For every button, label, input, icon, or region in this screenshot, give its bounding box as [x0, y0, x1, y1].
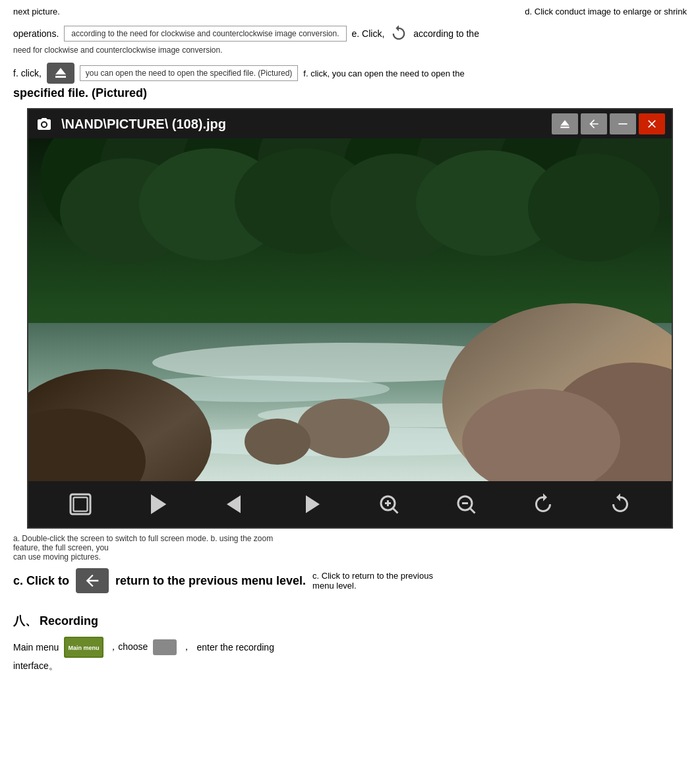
- section-title: Recording: [40, 614, 98, 627]
- c-right-text1: c. Click to return to the previous: [312, 571, 433, 581]
- main-menu-text: Main menu: [13, 642, 59, 653]
- fclick-row: f. click, you can open the need to open …: [13, 63, 687, 84]
- viewer-title: \NAND\PICTURE\ (108).jpg: [61, 117, 544, 132]
- rotate-icon: [390, 24, 408, 43]
- section-number: 八、: [13, 614, 37, 627]
- eject-icon: [47, 63, 74, 84]
- top-row: next picture. d. Click conduct image to …: [13, 7, 687, 16]
- return-icon: [76, 568, 109, 593]
- svg-point-2: [42, 123, 46, 127]
- fclick-label: f. click,: [13, 68, 42, 78]
- viewer-controls: [552, 113, 665, 134]
- c-right-text2: menu level.: [312, 581, 433, 591]
- zoom-out-btn[interactable]: [450, 488, 482, 521]
- comma-text: ，: [182, 641, 191, 653]
- enter-text: enter the recording: [196, 642, 274, 653]
- svg-marker-0: [55, 68, 66, 74]
- operations-subline: need for clockwise and counterclockwise …: [13, 45, 223, 55]
- image-viewer: \NAND\PICTURE\ (108).jpg: [27, 108, 673, 529]
- viewer-back-btn[interactable]: [581, 113, 607, 134]
- e-click-text: e. Click,: [352, 28, 385, 39]
- svg-marker-36: [227, 496, 241, 513]
- svg-point-20: [528, 154, 660, 262]
- c-click-suffix: return to the previous menu level.: [115, 574, 306, 588]
- svg-marker-3: [560, 120, 569, 125]
- svg-point-31: [297, 399, 390, 458]
- c-click-row: c. Click to return to the previous menu …: [13, 568, 687, 593]
- top-right-text: d. Click conduct image to enlarge or shr…: [525, 7, 687, 16]
- fclick-subtext: specified file. (Pictured): [13, 86, 687, 100]
- operations-row: operations. according to the need for cl…: [13, 24, 687, 43]
- svg-text:Main menu: Main menu: [69, 645, 100, 651]
- recording-icon-placeholder: [153, 639, 177, 655]
- bottom-text-row: a. Double-click the screen to switch to …: [13, 534, 687, 562]
- rotate-cw-btn[interactable]: [527, 488, 560, 521]
- next-btn[interactable]: [295, 488, 328, 521]
- svg-rect-1: [55, 76, 66, 78]
- page-content: next picture. d. Click conduct image to …: [13, 7, 687, 672]
- viewer-close-btn[interactable]: [639, 113, 665, 134]
- according-to-text: according to the: [413, 28, 479, 39]
- zoom-in-btn[interactable]: [372, 488, 405, 521]
- viewer-eject-btn[interactable]: [552, 113, 578, 134]
- viewer-toolbar: [28, 481, 672, 527]
- operations-label: operations.: [13, 28, 59, 39]
- play-btn[interactable]: [141, 488, 174, 521]
- svg-marker-37: [306, 496, 320, 513]
- interface-text: interface。: [13, 660, 687, 672]
- viewer-titlebar: \NAND\PICTURE\ (108).jpg: [28, 109, 672, 138]
- svg-rect-34: [73, 498, 87, 511]
- svg-rect-4: [560, 127, 569, 128]
- c-click-right: c. Click to return to the previous menu …: [312, 571, 433, 591]
- svg-line-44: [470, 508, 475, 513]
- fclick-right-text: f. click, you can open the need to open …: [303, 69, 464, 78]
- choose-text: ，choose: [109, 641, 148, 653]
- instruction-box-e: according to the need for clockwise and …: [64, 26, 346, 42]
- bottom-left-block: a. Double-click the screen to switch to …: [13, 534, 297, 562]
- section-divider: 八、 Recording: [13, 613, 687, 629]
- operations-subrow: need for clockwise and counterclockwise …: [13, 45, 687, 55]
- fclick-instruction-box: you can open the need to open the specif…: [80, 65, 299, 81]
- prev-btn[interactable]: [218, 488, 251, 521]
- main-menu-icon: Main menu: [64, 637, 103, 658]
- camera-icon: [35, 116, 53, 132]
- top-left-text: next picture.: [13, 7, 60, 16]
- svg-rect-5: [618, 123, 627, 125]
- svg-point-32: [245, 419, 310, 465]
- gallery-btn[interactable]: [64, 488, 97, 521]
- viewer-image: [28, 138, 672, 481]
- svg-line-41: [393, 508, 398, 513]
- bottom-left-text2: can use moving pictures.: [13, 552, 297, 562]
- recording-row: Main menu Main menu ，choose ， enter the …: [13, 637, 687, 658]
- bottom-left-text1: a. Double-click the screen to switch to …: [13, 534, 297, 552]
- rotate-ccw-btn[interactable]: [604, 488, 637, 521]
- c-click-prefix: c. Click to: [13, 574, 69, 588]
- svg-marker-35: [151, 494, 166, 514]
- viewer-minimize-btn[interactable]: [610, 113, 636, 134]
